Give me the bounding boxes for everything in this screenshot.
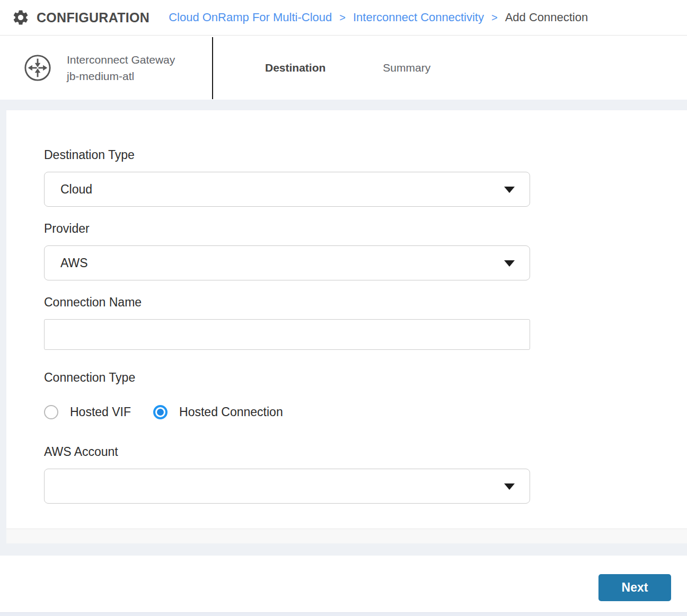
breadcrumb-separator: > (491, 12, 498, 24)
provider-value: AWS (60, 256, 88, 270)
radio-dot (157, 409, 164, 416)
connection-name-input[interactable] (44, 319, 530, 350)
destination-type-value: Cloud (60, 182, 92, 197)
bottom-strip (0, 612, 687, 616)
dropdown-caret-icon (504, 483, 515, 490)
breadcrumb-link-interconnect[interactable]: Interconnect Connectivity (353, 11, 484, 24)
dropdown-caret-icon (504, 187, 515, 193)
tab-summary[interactable]: Summary (383, 61, 430, 74)
radio-selected-icon[interactable] (153, 405, 168, 419)
provider-label: Provider (44, 221, 687, 236)
breadcrumb: Cloud OnRamp For Multi-Cloud > Interconn… (169, 11, 588, 24)
breadcrumb-current: Add Connection (505, 11, 588, 24)
interconnect-gateway-icon (23, 54, 52, 82)
configuration-header: CONFIGURATION Cloud OnRamp For Multi-Clo… (0, 0, 687, 36)
gateway-name-label: jb-medium-atl (67, 68, 175, 84)
connection-type-radio-group: Hosted VIF Hosted Connection (44, 404, 687, 420)
aws-account-select[interactable] (44, 469, 530, 504)
gateway-info: Interconnect Gateway jb-medium-atl (0, 51, 212, 84)
radio-hosted-vif[interactable]: Hosted VIF (44, 405, 131, 419)
vertical-divider (212, 37, 213, 99)
destination-form: Destination Type Cloud Provider AWS Conn… (6, 110, 687, 504)
connection-type-label: Connection Type (44, 370, 687, 385)
card-footer (6, 529, 687, 543)
gateway-type-label: Interconnect Gateway (67, 51, 175, 68)
gateway-text: Interconnect Gateway jb-medium-atl (67, 51, 175, 84)
radio-hosted-vif-label: Hosted VIF (70, 405, 131, 419)
tab-destination[interactable]: Destination (265, 61, 325, 74)
next-button[interactable]: Next (598, 574, 671, 601)
destination-type-label: Destination Type (44, 147, 687, 162)
destination-type-select[interactable]: Cloud (44, 172, 530, 207)
radio-hosted-connection-label: Hosted Connection (179, 405, 283, 419)
content-area: Destination Type Cloud Provider AWS Conn… (0, 100, 687, 556)
page-title: CONFIGURATION (37, 10, 149, 25)
provider-select[interactable]: AWS (44, 245, 530, 280)
action-bar: Next (0, 556, 687, 612)
breadcrumb-separator: > (339, 12, 346, 24)
gateway-subheader: Interconnect Gateway jb-medium-atl Desti… (0, 36, 687, 100)
connection-name-label: Connection Name (44, 295, 687, 310)
wizard-tabs: Destination Summary (265, 61, 430, 74)
aws-account-label: AWS Account (44, 444, 687, 459)
gear-icon[interactable] (12, 8, 30, 27)
destination-form-card: Destination Type Cloud Provider AWS Conn… (6, 110, 687, 529)
breadcrumb-link-multicloud[interactable]: Cloud OnRamp For Multi-Cloud (169, 11, 332, 24)
radio-hosted-connection[interactable]: Hosted Connection (153, 405, 283, 419)
radio-unselected-icon[interactable] (44, 405, 58, 419)
dropdown-caret-icon (504, 260, 515, 267)
